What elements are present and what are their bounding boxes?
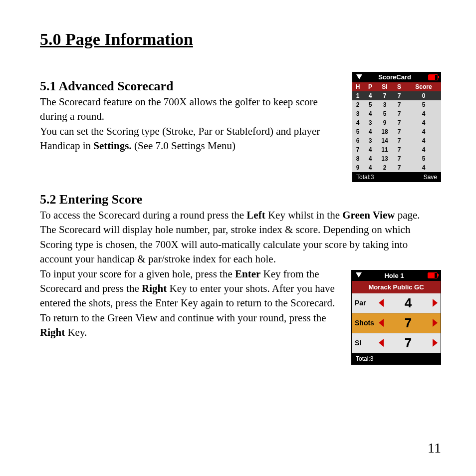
cell-si: 14: [377, 136, 392, 145]
text-bold: Left: [246, 209, 265, 221]
shots-row: Shots 7: [352, 313, 441, 333]
section-heading-5-2: 5.2 Entering Score: [40, 192, 441, 207]
page-number: 11: [428, 440, 441, 456]
cell-si: 18: [377, 127, 392, 136]
col-s: S: [392, 82, 406, 91]
text: Key whilst in the: [265, 209, 343, 221]
scorecard-header-row: H P SI S Score: [352, 82, 441, 91]
si-row: SI 7: [352, 333, 441, 353]
left-arrow-icon[interactable]: [379, 319, 384, 327]
right-arrow-icon[interactable]: [433, 299, 438, 307]
cell-s: 7: [392, 118, 406, 127]
cell-h: 9: [352, 163, 363, 172]
col-p: P: [363, 82, 377, 91]
right-arrow-icon[interactable]: [433, 339, 438, 347]
table-row: 43974: [352, 118, 441, 127]
cell-score: 4: [406, 109, 441, 118]
para-5-1-a: The Scorecard feature on the 700X allows…: [40, 95, 342, 124]
table-row: 14770: [352, 91, 441, 100]
cell-si: 11: [377, 145, 392, 154]
cell-score: 0: [406, 91, 441, 100]
cell-score: 4: [406, 127, 441, 136]
cell-p: 5: [363, 100, 377, 109]
cell-h: 6: [352, 136, 363, 145]
cell-h: 7: [352, 145, 363, 154]
cell-h: 2: [352, 100, 363, 109]
cell-h: 3: [352, 109, 363, 118]
cell-score: 4: [406, 163, 441, 172]
text-bold: Right: [40, 326, 65, 338]
left-arrow-icon[interactable]: [379, 339, 384, 347]
table-row: 34574: [352, 109, 441, 118]
cell-si: 13: [377, 154, 392, 163]
hole-titlebar: Hole 1: [352, 270, 441, 281]
cell-s: 7: [392, 145, 406, 154]
par-row: Par 4: [352, 293, 441, 313]
manual-page: 5.0 Page Information 5.1 Advanced Scorec…: [0, 0, 476, 476]
battery-icon: [428, 74, 438, 80]
cell-s: 7: [392, 154, 406, 163]
scorecard-screenshot: ScoreCard H P SI S Score 147702537534574…: [352, 72, 441, 182]
table-row: 741174: [352, 145, 441, 154]
cell-h: 1: [352, 91, 363, 100]
cell-p: 4: [363, 109, 377, 118]
cell-h: 5: [352, 127, 363, 136]
cell-h: 4: [352, 118, 363, 127]
cell-p: 4: [363, 91, 377, 100]
cell-si: 5: [377, 109, 392, 118]
hole-title: Hole 1: [361, 272, 428, 279]
table-row: 541874: [352, 127, 441, 136]
para-5-2-b: The Scorecard will display hole number, …: [40, 223, 441, 266]
cell-s: 7: [392, 136, 406, 145]
cell-si: 2: [377, 163, 392, 172]
left-arrow-icon[interactable]: [379, 299, 384, 307]
par-label: Par: [355, 299, 379, 307]
total-label: Total:3: [356, 174, 374, 181]
section-5-1: 5.1 Advanced Scorecard The Scorecard fea…: [40, 69, 441, 182]
scorecard-footer: Total:3 Save: [352, 172, 441, 182]
text: To input your score for a given hole, pr…: [40, 268, 235, 280]
cell-s: 7: [392, 163, 406, 172]
table-row: 631474: [352, 136, 441, 145]
scorecard-body: 1477025375345744397454187463147474117484…: [352, 91, 441, 172]
save-label[interactable]: Save: [424, 174, 437, 181]
cell-p: 3: [363, 136, 377, 145]
para-5-2-a: To access the Scorecard during a round p…: [40, 208, 441, 223]
scorecard-title: ScoreCard: [361, 73, 428, 81]
right-arrow-icon[interactable]: [433, 319, 438, 327]
col-h: H: [352, 82, 363, 91]
shots-value: 7: [387, 315, 430, 331]
cell-s: 7: [392, 91, 406, 100]
cell-score: 4: [406, 136, 441, 145]
text: To access the Scorecard during a round p…: [40, 209, 246, 221]
table-row: 94274: [352, 163, 441, 172]
signal-icon: [355, 272, 361, 278]
course-name: Morack Public GC: [352, 281, 441, 293]
par-value: 4: [387, 295, 430, 311]
text-bold: Settings.: [93, 140, 131, 152]
cell-score: 4: [406, 118, 441, 127]
text: Key.: [65, 326, 87, 338]
text-bold: Enter: [235, 268, 260, 280]
table-row: 841375: [352, 154, 441, 163]
cell-s: 7: [392, 109, 406, 118]
shots-label: Shots: [355, 319, 379, 327]
para-5-2-c: To input your score for a given hole, pr…: [40, 267, 341, 340]
si-value: 7: [387, 335, 430, 351]
scorecard-titlebar: ScoreCard: [352, 72, 441, 82]
cell-s: 7: [392, 127, 406, 136]
hole-entry-screenshot: Hole 1 Morack Public GC Par 4 Shots 7 SI…: [351, 270, 441, 365]
section-5-2-lower: To input your score for a given hole, pr…: [40, 267, 441, 365]
cell-si: 7: [377, 91, 392, 100]
section-heading-5-1: 5.1 Advanced Scorecard: [40, 79, 342, 94]
col-si: SI: [377, 82, 392, 91]
text-bold: Right: [142, 282, 167, 294]
text: page.: [395, 209, 420, 221]
cell-si: 9: [377, 118, 392, 127]
cell-score: 5: [406, 100, 441, 109]
cell-p: 4: [363, 163, 377, 172]
cell-score: 5: [406, 154, 441, 163]
si-label: SI: [355, 339, 379, 347]
para-5-1-b: You can set the Scoring type (Stroke, Pa…: [40, 124, 342, 154]
cell-si: 3: [377, 100, 392, 109]
